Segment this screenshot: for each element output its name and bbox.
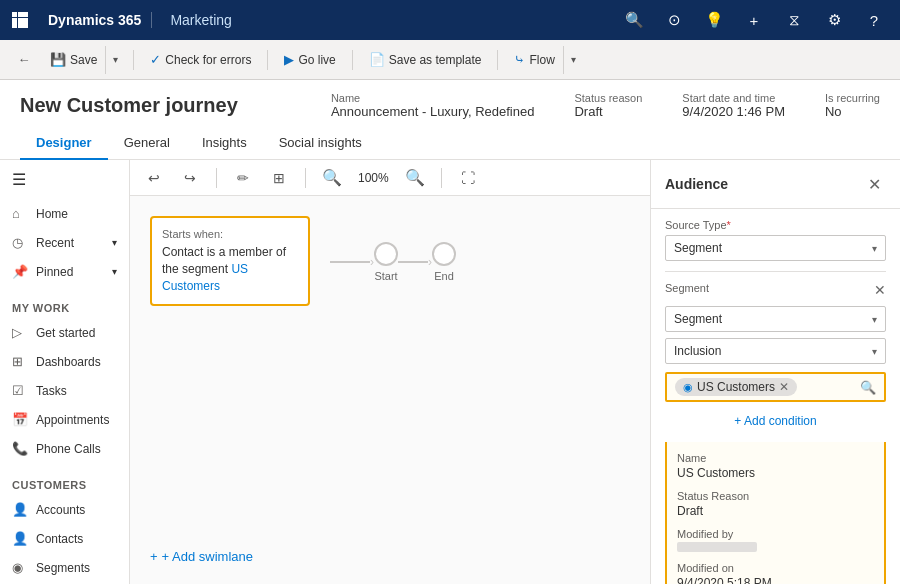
flow-node-start: Start	[374, 242, 398, 282]
go-live-button[interactable]: ▶ Go live	[276, 48, 343, 71]
app-name: Dynamics 365	[38, 12, 152, 28]
save-icon: 💾	[50, 52, 66, 67]
lightbulb-icon[interactable]: 💡	[698, 4, 730, 36]
page-header: New Customer journey Name Announcement -…	[0, 80, 900, 160]
sidebar-item-recent[interactable]: ◷ Recent ▾	[0, 228, 129, 257]
edit-tool[interactable]: ✏	[229, 164, 257, 192]
detail-name-value: US Customers	[677, 466, 874, 480]
inclusion-select[interactable]: Inclusion ▾	[665, 338, 886, 364]
sidebar-item-pinned[interactable]: 📌 Pinned ▾	[0, 257, 129, 286]
svg-rect-5	[23, 18, 28, 23]
tab-general[interactable]: General	[108, 127, 186, 160]
sidebar-item-accounts[interactable]: 👤 Accounts	[0, 495, 129, 524]
toolbar: ← 💾 Save ▾ ✓ Check for errors ▶ Go live …	[0, 40, 900, 80]
detail-status-label: Status Reason	[677, 490, 874, 502]
add-condition-button[interactable]: + Add condition	[665, 410, 886, 432]
segments-icon: ◉	[12, 560, 28, 575]
flow-node-end: End	[432, 242, 456, 282]
detail-modified-on-row: Modified on 9/4/2020 5:18 PM	[677, 562, 874, 584]
app-menu-icon[interactable]	[10, 10, 30, 30]
meta-recurring: Is recurring No	[825, 92, 880, 119]
modified-by-placeholder	[677, 542, 757, 552]
canvas-body[interactable]: Starts when: Contact is a member of the …	[130, 196, 650, 584]
top-navbar: Dynamics 365 Marketing 🔍 ⊙ 💡 + ⧖ ⚙ ?	[0, 0, 900, 40]
grid-tool[interactable]: ⊞	[265, 164, 293, 192]
fullscreen-button[interactable]: ⛶	[454, 164, 482, 192]
redo-button[interactable]: ↪	[176, 164, 204, 192]
phone-icon: 📞	[12, 441, 28, 456]
svg-rect-1	[18, 12, 23, 17]
zoom-level: 100%	[354, 171, 393, 185]
search-nav-icon[interactable]: 🔍	[618, 4, 650, 36]
audience-header: Audience ✕	[651, 160, 900, 209]
tab-designer[interactable]: Designer	[20, 127, 108, 160]
svg-rect-8	[23, 23, 28, 28]
zoom-out-button[interactable]: 🔍	[318, 164, 346, 192]
canvas-toolbar: ↩ ↪ ✏ ⊞ 🔍 100% 🔍 ⛶	[130, 160, 650, 196]
source-type-arrow-icon: ▾	[872, 243, 877, 254]
undo-button[interactable]: ↩	[140, 164, 168, 192]
zoom-in-button[interactable]: 🔍	[401, 164, 429, 192]
audience-search-box[interactable]: ◉ US Customers ✕ 🔍	[665, 372, 886, 402]
gear-icon[interactable]: ⚙	[818, 4, 850, 36]
add-nav-icon[interactable]: +	[738, 4, 770, 36]
svg-rect-6	[12, 23, 17, 28]
segment-tag-remove-button[interactable]: ✕	[779, 380, 789, 394]
page-title: New Customer journey	[20, 94, 238, 117]
detail-modified-by-row: Modified by	[677, 528, 874, 552]
go-live-icon: ▶	[284, 52, 294, 67]
save-dropdown[interactable]: ▾	[105, 46, 125, 74]
sidebar-item-segments[interactable]: ◉ Segments	[0, 553, 129, 582]
svg-rect-4	[18, 18, 23, 23]
segment-type-select[interactable]: Segment ▾	[665, 306, 886, 332]
sidebar-item-appointments[interactable]: 📅 Appointments	[0, 405, 129, 434]
settings-circle-icon[interactable]: ⊙	[658, 4, 690, 36]
meta-status: Status reason Draft	[574, 92, 642, 119]
sidebar-item-home[interactable]: ⌂ Home	[0, 199, 129, 228]
save-button[interactable]: 💾 Save	[42, 48, 105, 71]
segment-arrow-icon: ▾	[872, 314, 877, 325]
journey-start-card[interactable]: Starts when: Contact is a member of the …	[150, 216, 310, 306]
tab-insights[interactable]: Insights	[186, 127, 263, 160]
filter-nav-icon[interactable]: ⧖	[778, 4, 810, 36]
audience-close-button[interactable]: ✕	[862, 172, 886, 196]
flow-dropdown[interactable]: ▾	[563, 46, 583, 74]
add-swimlane-button[interactable]: + + Add swimlane	[150, 549, 253, 564]
module-name: Marketing	[160, 12, 241, 28]
contacts-icon: 👤	[12, 531, 28, 546]
segment-x-button[interactable]: ✕	[874, 282, 886, 298]
segment-label: Segment	[665, 282, 709, 294]
svg-rect-3	[12, 18, 17, 23]
detail-name-label: Name	[677, 452, 874, 464]
segment-tag-label: US Customers	[697, 380, 775, 394]
help-icon[interactable]: ?	[858, 4, 890, 36]
sidebar-hamburger[interactable]: ☰	[0, 160, 129, 199]
sidebar: ☰ ⌂ Home ◷ Recent ▾ 📌 Pinned ▾ My Work ▷…	[0, 160, 130, 584]
section-my-work: My Work	[0, 286, 129, 318]
check-errors-button[interactable]: ✓ Check for errors	[142, 48, 259, 71]
detail-status-value: Draft	[677, 504, 874, 518]
sidebar-item-contacts[interactable]: 👤 Contacts	[0, 524, 129, 553]
segment-search-icon[interactable]: 🔍	[860, 380, 876, 395]
sidebar-item-phone-calls[interactable]: 📞 Phone Calls	[0, 434, 129, 463]
svg-rect-0	[12, 12, 17, 17]
template-icon: 📄	[369, 52, 385, 67]
sidebar-item-get-started[interactable]: ▷ Get started	[0, 318, 129, 347]
audience-panel: Audience ✕ Source Type* Segment ▾ Segmen…	[650, 160, 900, 584]
back-button[interactable]: ←	[10, 46, 38, 74]
sidebar-item-dashboards[interactable]: ⊞ Dashboards	[0, 347, 129, 376]
detail-modified-by-label: Modified by	[677, 528, 874, 540]
journey-card-label: Starts when:	[162, 228, 298, 240]
canvas-area: ↩ ↪ ✏ ⊞ 🔍 100% 🔍 ⛶ Starts when: Contact …	[130, 160, 650, 584]
appointments-icon: 📅	[12, 412, 28, 427]
journey-card-text: Contact is a member of the segment US Cu…	[162, 244, 298, 294]
source-type-select[interactable]: Segment ▾	[665, 235, 886, 261]
segment-tag-icon: ◉	[683, 381, 693, 394]
page-meta: Name Announcement - Luxury, Redefined St…	[331, 92, 880, 119]
detail-modified-on-label: Modified on	[677, 562, 874, 574]
tab-social-insights[interactable]: Social insights	[263, 127, 378, 160]
sidebar-item-tasks[interactable]: ☑ Tasks	[0, 376, 129, 405]
save-as-template-button[interactable]: 📄 Save as template	[361, 48, 490, 71]
flow-button[interactable]: ⤷ Flow	[506, 48, 562, 71]
inclusion-arrow-icon: ▾	[872, 346, 877, 357]
